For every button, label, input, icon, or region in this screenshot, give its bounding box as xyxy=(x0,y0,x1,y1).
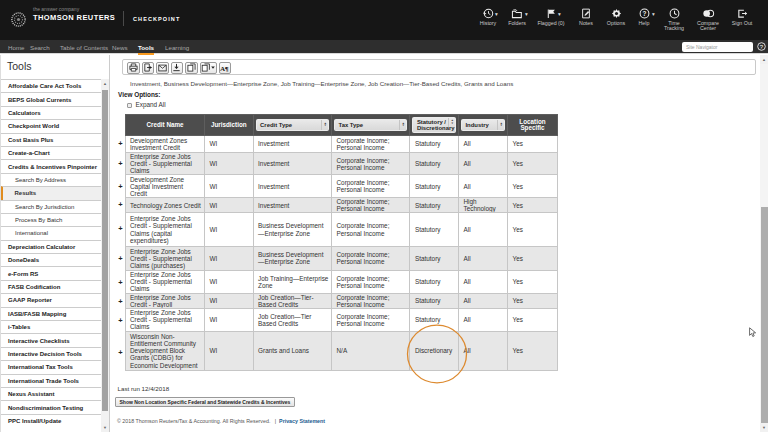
svg-text:?: ? xyxy=(642,10,646,17)
svg-text:?: ? xyxy=(760,43,764,49)
svg-text:¶: ¶ xyxy=(224,64,228,71)
